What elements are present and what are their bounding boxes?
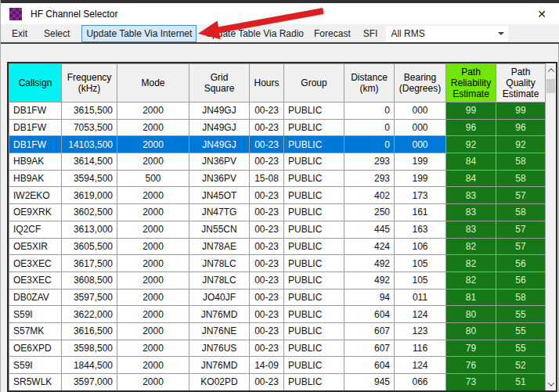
cell-hours[interactable]: 00-23: [250, 204, 284, 221]
column-header-mode[interactable]: Mode: [117, 64, 189, 102]
cell-hours[interactable]: 00-23: [250, 153, 284, 171]
table-row[interactable]: S57MK3616,5002000JN76NE00-23PUBLIC607123…: [9, 322, 546, 340]
cell-hours[interactable]: 00-23: [250, 119, 284, 136]
cell-bearing[interactable]: 000: [395, 136, 446, 153]
cell-frequency[interactable]: 3608,500: [62, 272, 117, 289]
cell-callsign[interactable]: HB9AK: [9, 170, 62, 187]
cell-hours[interactable]: 00-23: [250, 221, 284, 238]
cell-rel[interactable]: 82: [446, 272, 496, 289]
cell-mode[interactable]: 2000: [117, 272, 189, 289]
cell-mode[interactable]: 2000: [117, 357, 189, 374]
cell-qual[interactable]: 55: [496, 340, 546, 357]
cell-bearing[interactable]: 124: [395, 306, 446, 323]
table-row[interactable]: DB0ZAV3597,5002000JO40JF00-23PUBLIC94011…: [9, 289, 546, 306]
cell-grid[interactable]: JN76US: [189, 340, 250, 357]
cell-rel[interactable]: 80: [446, 306, 496, 323]
cell-group[interactable]: PUBLIC: [284, 119, 344, 136]
cell-grid[interactable]: JN45OT: [189, 187, 250, 204]
cell-hours[interactable]: 00-23: [250, 374, 284, 391]
cell-qual[interactable]: 56: [496, 272, 546, 289]
cell-group[interactable]: PUBLIC: [284, 340, 344, 357]
cell-frequency[interactable]: 3616,500: [62, 322, 117, 340]
cell-group[interactable]: PUBLIC: [284, 272, 344, 289]
cell-callsign[interactable]: OE3XEC: [9, 272, 62, 289]
cell-callsign[interactable]: IQ2CF: [9, 221, 62, 238]
cell-mode[interactable]: 2000: [117, 119, 189, 136]
cell-bearing[interactable]: 124: [395, 357, 446, 374]
table-row[interactable]: SR5WLK3597,0002000KO02PD00-23PUBLIC94506…: [9, 374, 546, 391]
cell-distance[interactable]: 607: [344, 340, 395, 357]
cell-grid[interactable]: JO40JF: [189, 289, 250, 306]
cell-hours[interactable]: 00-23: [250, 306, 284, 323]
cell-hours[interactable]: 00-23: [250, 238, 284, 255]
cell-group[interactable]: PUBLIC: [284, 221, 344, 238]
cell-rel[interactable]: 83: [446, 221, 496, 238]
table-row[interactable]: IW2EKO3619,0002000JN45OT00-23PUBLIC40217…: [9, 187, 546, 204]
cell-hours[interactable]: 00-23: [250, 136, 284, 153]
cell-qual[interactable]: 58: [496, 204, 546, 221]
column-header-bearing[interactable]: Bearing (Degrees): [395, 64, 446, 102]
cell-hours[interactable]: 00-23: [250, 322, 284, 340]
cell-qual[interactable]: 57: [496, 238, 546, 255]
cell-rel[interactable]: 76: [446, 357, 496, 374]
scrollbar-thumb[interactable]: [546, 79, 555, 93]
cell-mode[interactable]: 2000: [117, 340, 189, 357]
cell-distance[interactable]: 424: [344, 238, 395, 255]
cell-rel[interactable]: 83: [446, 204, 496, 221]
table-row[interactable]: OE3XEC3608,5002000JN78LC00-23PUBLIC49210…: [9, 272, 546, 289]
table-row[interactable]: OE5XIR3605,5002000JN78AE00-23PUBLIC42410…: [9, 238, 546, 255]
cell-mode[interactable]: 2000: [117, 322, 189, 340]
cell-distance[interactable]: 293: [344, 170, 395, 187]
cell-rel[interactable]: 84: [446, 153, 496, 171]
table-row[interactable]: OE6XPD3598,5002000JN76US00-23PUBLIC60711…: [9, 340, 546, 357]
cell-frequency[interactable]: 3615,500: [62, 102, 117, 120]
table-row[interactable]: HB9AK3594,500500JN36PV15-08PUBLIC2931998…: [9, 170, 546, 187]
cell-qual[interactable]: 92: [496, 136, 546, 153]
cell-callsign[interactable]: DB1FW: [9, 136, 62, 153]
cell-callsign[interactable]: OE5XIR: [9, 238, 62, 255]
cell-hours[interactable]: 00-23: [250, 255, 284, 272]
cell-callsign[interactable]: HB9AK: [9, 153, 62, 171]
cell-frequency[interactable]: 3597,500: [62, 289, 117, 306]
cell-qual[interactable]: 55: [496, 306, 546, 323]
table-row[interactable]: IQ2CF3613,0002000JN55CN00-23PUBLIC445163…: [9, 221, 546, 238]
cell-grid[interactable]: KO02PD: [189, 374, 250, 391]
cell-qual[interactable]: 51: [496, 374, 546, 391]
cell-bearing[interactable]: 199: [395, 153, 446, 171]
table-row[interactable]: OE9XRK3602,5002000JN47TG00-23PUBLIC25016…: [9, 204, 546, 221]
cell-callsign[interactable]: S59I: [9, 357, 62, 374]
cell-hours[interactable]: 00-23: [250, 340, 284, 357]
cell-group[interactable]: PUBLIC: [284, 170, 344, 187]
cell-bearing[interactable]: 106: [395, 238, 446, 255]
column-header-distance[interactable]: Distance (km): [344, 64, 395, 102]
cell-bearing[interactable]: 163: [395, 221, 446, 238]
cell-callsign[interactable]: SR5WLK: [9, 374, 62, 391]
menu-item-update-table-via-radio[interactable]: Update Table Via Radio: [204, 26, 305, 41]
cell-grid[interactable]: JN36PV: [189, 153, 250, 171]
cell-qual[interactable]: 96: [496, 119, 546, 136]
cell-bearing[interactable]: 011: [395, 289, 446, 306]
cell-callsign[interactable]: S59I: [9, 306, 62, 323]
table-row[interactable]: OE3XEC3617,5002000JN78LC00-23PUBLIC49210…: [9, 255, 546, 272]
cell-bearing[interactable]: 000: [395, 102, 446, 120]
cell-rel[interactable]: 92: [446, 136, 496, 153]
table-row[interactable]: DB1FW14103,5002000JN49GJ00-23PUBLIC00009…: [9, 136, 546, 153]
table-row[interactable]: S59I1844,5002000JN76MD14-09PUBLIC6041247…: [9, 357, 546, 374]
cell-bearing[interactable]: 123: [395, 322, 446, 340]
cell-bearing[interactable]: 066: [395, 374, 446, 391]
menu-item-forecast[interactable]: Forecast: [312, 26, 352, 41]
cell-hours[interactable]: 14-09: [250, 357, 284, 374]
cell-group[interactable]: PUBLIC: [284, 204, 344, 221]
cell-mode[interactable]: 2000: [117, 221, 189, 238]
cell-mode[interactable]: 2000: [117, 136, 189, 153]
cell-qual[interactable]: 58: [496, 289, 546, 306]
cell-distance[interactable]: 250: [344, 204, 395, 221]
cell-frequency[interactable]: 1844,500: [62, 357, 117, 374]
cell-group[interactable]: PUBLIC: [284, 102, 344, 120]
cell-frequency[interactable]: 3594,500: [62, 170, 117, 187]
cell-grid[interactable]: JN76MD: [189, 357, 250, 374]
cell-grid[interactable]: JN49GJ: [189, 136, 250, 153]
cell-callsign[interactable]: S57MK: [9, 322, 62, 340]
cell-qual[interactable]: 99: [496, 102, 546, 120]
cell-distance[interactable]: 604: [344, 357, 395, 374]
